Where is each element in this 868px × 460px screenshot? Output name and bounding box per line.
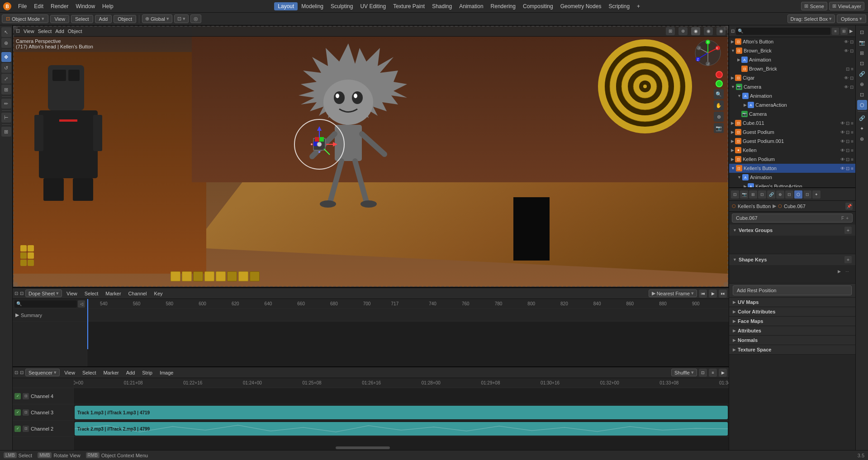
tab-geometry-nodes[interactable]: Geometry Nodes bbox=[557, 2, 605, 10]
seq-ch2-mute[interactable]: ⊡ bbox=[23, 426, 29, 432]
seq-color-btn[interactable]: ⊡ bbox=[699, 369, 707, 377]
far-right-world[interactable]: ⊕ bbox=[857, 79, 867, 89]
tab-shading[interactable]: Shading bbox=[428, 2, 455, 10]
tree-brown-brick-mat[interactable]: ▶ ⊡ Brown_Brick ⊡ ≡ bbox=[729, 64, 855, 73]
prop-normals-header[interactable]: ▶ Normals bbox=[729, 336, 855, 345]
far-right-view[interactable]: ⊡ bbox=[857, 58, 867, 68]
proportional-toggle[interactable]: ◎ bbox=[190, 14, 201, 23]
prop-icon-output[interactable]: ⊞ bbox=[749, 190, 757, 199]
prop-icon-render[interactable]: 📷 bbox=[740, 190, 748, 199]
prop-vertex-groups-add[interactable]: + bbox=[844, 227, 852, 234]
seq-marker-menu[interactable]: Marker bbox=[100, 369, 121, 376]
far-right-scene2[interactable]: 🔗 bbox=[857, 69, 867, 79]
tree-kellen-podium[interactable]: ▶ ⊡ Kellen Podium 👁 ⊡ ≡ bbox=[729, 155, 855, 164]
prop-uv-maps-header[interactable]: ▶ UV Maps bbox=[729, 298, 855, 307]
far-right-constraints[interactable]: 🔗 bbox=[857, 113, 867, 123]
tree-kellens-button[interactable]: ▼ ⊡ Kellen's Button 👁 ⊡ ≡ bbox=[729, 164, 855, 173]
prop-icon-particles[interactable]: ✦ bbox=[812, 190, 821, 199]
scene-selector[interactable]: ⊞ Scene bbox=[801, 2, 827, 10]
menu-window[interactable]: Window bbox=[72, 2, 99, 10]
snap-toggle[interactable]: ⊡ ▾ bbox=[174, 14, 189, 23]
seq-settings-btn[interactable]: ≡ bbox=[709, 369, 717, 377]
far-right-object[interactable]: ⊡ bbox=[857, 90, 867, 100]
far-right-particles[interactable]: ✦ bbox=[857, 123, 867, 133]
viewport-select-menu[interactable]: Select bbox=[71, 15, 93, 23]
drag-selector[interactable]: Drag: Select Box ▾ bbox=[787, 14, 835, 23]
prop-shape-keys-add[interactable]: + bbox=[844, 256, 852, 263]
tab-rendering[interactable]: Rendering bbox=[487, 2, 519, 10]
tab-sculpting[interactable]: Sculpting bbox=[327, 2, 356, 10]
tool-measure[interactable]: ⊢ bbox=[1, 113, 11, 123]
viewport-camera-view-btn[interactable]: 📷 bbox=[714, 123, 724, 133]
tree-anim-kb[interactable]: ▼ A Animation bbox=[729, 173, 855, 182]
seq-ch2-check[interactable]: ✓ bbox=[14, 426, 21, 432]
tool-add[interactable]: ⊞ bbox=[1, 127, 11, 137]
prop-icon-world[interactable]: ⊕ bbox=[776, 190, 784, 199]
viewport-view-btn[interactable]: View bbox=[24, 28, 34, 34]
tab-scripting[interactable]: Scripting bbox=[605, 2, 633, 10]
viewport-select-btn[interactable]: Select bbox=[38, 28, 52, 34]
dope-search[interactable]: 🔍 bbox=[14, 300, 77, 308]
corner-tr[interactable] bbox=[724, 26, 728, 30]
viewport-add-btn[interactable]: Add bbox=[55, 28, 64, 34]
viewport-shading-solid[interactable]: ◉ bbox=[691, 27, 700, 35]
far-right-render[interactable]: 📷 bbox=[857, 38, 867, 47]
dope-type-selector[interactable]: Dope Sheet ▾ bbox=[25, 289, 62, 297]
seq-track-3[interactable]: Track 1.mp3 | //Track 1.mp3 | 4719 bbox=[74, 404, 729, 421]
dope-playback-filter[interactable]: ▶ Nearest Frame ▾ bbox=[649, 289, 697, 297]
tree-camera[interactable]: ▼ 📷 Camera 👁 ⊡ bbox=[729, 82, 855, 91]
menu-edit[interactable]: Edit bbox=[30, 2, 47, 10]
viewport-camera-btn[interactable]: 🔍 bbox=[714, 89, 724, 99]
seq-ch3-mute[interactable]: ⊡ bbox=[23, 409, 29, 416]
menu-help[interactable]: Help bbox=[99, 2, 117, 10]
tab-uv-editing[interactable]: UV Editing bbox=[356, 2, 389, 10]
tool-cursor[interactable]: ⊕ bbox=[1, 38, 11, 48]
prop-shape-keys-header[interactable]: ▼ Shape Keys + bbox=[729, 254, 855, 265]
prop-pin-btn[interactable]: 📌 bbox=[845, 203, 853, 210]
dope-play-btn[interactable]: ⏮ bbox=[699, 289, 707, 298]
view-layer-selector[interactable]: ⊞ ViewLayer bbox=[829, 2, 864, 10]
seq-strip-menu[interactable]: Strip bbox=[139, 369, 155, 376]
far-right-physics[interactable]: ⊕ bbox=[857, 134, 867, 144]
tab-modeling[interactable]: Modeling bbox=[298, 2, 327, 10]
prop-icon-mesh[interactable]: ⬡ bbox=[794, 190, 802, 199]
tool-transform[interactable]: ⊞ bbox=[1, 85, 11, 95]
dope-select-menu[interactable]: Select bbox=[82, 290, 101, 297]
seq-view-menu[interactable]: View bbox=[62, 369, 78, 376]
tool-move[interactable]: ✥ bbox=[1, 52, 11, 62]
dope-scroll-left[interactable]: ◁ bbox=[78, 300, 85, 308]
prop-attributes-header[interactable]: ▶ Attributes bbox=[729, 326, 855, 335]
prop-icon-scene[interactable]: ⊡ bbox=[731, 190, 739, 199]
dope-end-btn[interactable]: ⏭ bbox=[719, 289, 727, 298]
far-right-mesh[interactable]: ⬡ bbox=[857, 100, 867, 110]
far-right-scene[interactable]: ⊡ bbox=[857, 27, 867, 37]
prop-icon-material[interactable]: ⊡ bbox=[803, 190, 811, 199]
seq-image-menu[interactable]: Image bbox=[157, 369, 176, 376]
menu-file[interactable]: File bbox=[14, 2, 30, 10]
seq-shuffle-selector[interactable]: Shuffle ▾ bbox=[671, 369, 697, 376]
dope-view-menu[interactable]: View bbox=[64, 290, 80, 297]
tree-aftons-button[interactable]: ▶ ⊡ Afton's Button 👁 ⊡ bbox=[729, 37, 855, 46]
viewport-object-btn[interactable]: Object bbox=[68, 28, 82, 34]
seq-add-menu[interactable]: Add bbox=[123, 369, 138, 376]
viewport-gizmo-btn[interactable]: ⊕ bbox=[678, 27, 688, 35]
tab-layout[interactable]: Layout bbox=[274, 2, 298, 10]
corner-bl[interactable] bbox=[13, 282, 18, 287]
tree-camera-action[interactable]: ▶ A CameraAction bbox=[729, 100, 855, 109]
outliner-filter[interactable]: ≡ bbox=[832, 28, 839, 35]
prop-icon-scene2[interactable]: 🔗 bbox=[767, 190, 775, 199]
prop-fake-user-btn[interactable]: F bbox=[841, 216, 844, 221]
seq-type-selector[interactable]: Sequencer ▾ bbox=[25, 369, 60, 376]
tree-anim-1[interactable]: ▶ A Animation bbox=[729, 55, 855, 64]
dope-marker-menu[interactable]: Marker bbox=[103, 290, 123, 297]
seq-ch4-check[interactable]: ✓ bbox=[14, 393, 21, 399]
dope-summary-arrow[interactable]: ▶ bbox=[15, 312, 19, 318]
prop-face-maps-header[interactable]: ▶ Face Maps bbox=[729, 317, 855, 326]
tab-texture-paint[interactable]: Texture Paint bbox=[389, 2, 428, 10]
tree-camera-obj[interactable]: ▶ 📷 Camera bbox=[729, 109, 855, 119]
tree-guest-podium-001[interactable]: ▶ ⊡ Guest Podium.001 👁 ⊡ ≡ bbox=[729, 137, 855, 146]
outliner-expand[interactable]: ⊞ bbox=[840, 28, 848, 35]
tree-cigar[interactable]: ▶ ⊡ Cigar 👁 ⊡ bbox=[729, 73, 855, 82]
prop-vertex-groups-header[interactable]: ▼ Vertex Groups + bbox=[729, 225, 855, 236]
far-right-output[interactable]: ⊞ bbox=[857, 48, 867, 58]
